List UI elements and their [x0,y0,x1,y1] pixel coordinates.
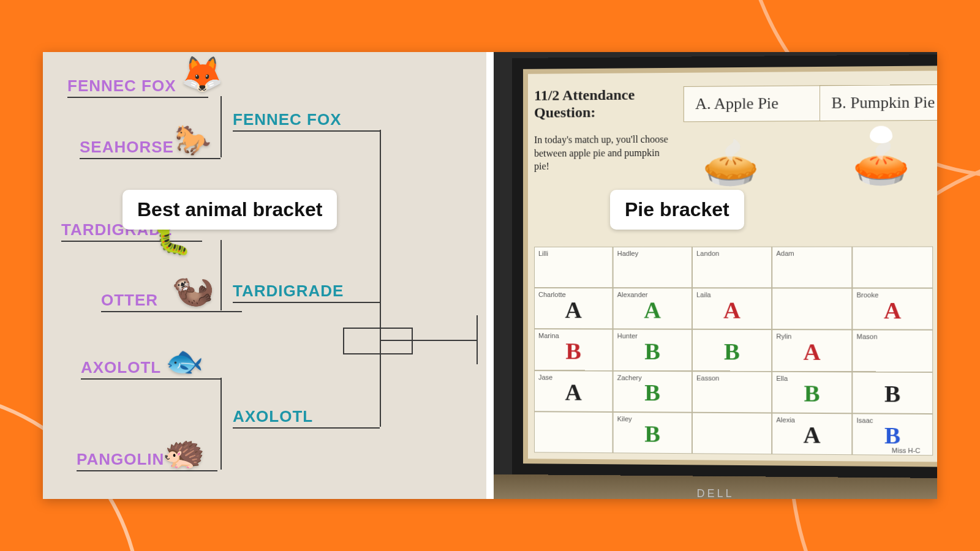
student-name: Rylin [776,333,791,340]
student-name: Alexander [617,291,648,298]
votes-grid: LilliHadleyLandonAdamCharlotteAAlexander… [534,246,933,455]
pane-divider [486,52,494,499]
student-name: Adam [776,250,794,257]
vote-cell [772,288,852,330]
vote-mark: B [565,337,581,364]
student-name: Ella [776,374,788,381]
student-name: Kiley [617,415,632,422]
option-a-label: A. Apple Pie [695,94,778,113]
vote-cell: JaseA [534,370,613,412]
student-name: Landon [696,250,719,257]
right-badge: Pie bracket [610,190,744,230]
badge-label: Best animal bracket [137,198,322,220]
seed-label: SEAHORSE [80,138,174,156]
vote-cell: Mason [852,330,933,372]
vote-cell: ZacheryB [613,370,692,412]
student-name: Charlotte [538,291,566,298]
bracket-line [221,96,222,157]
student-name: Jase [538,373,552,381]
seahorse-icon: 🐎 [175,126,211,155]
vote-cell: Hadley [613,247,692,288]
vote-mark: A [723,296,741,323]
vote-cell: Landon [692,247,772,288]
winner-fennec-fox: FENNEC FOX [233,110,380,132]
winner-tardigrade: TARDIGRADE [233,282,380,303]
vote-mark: A [565,379,582,406]
vote-cell [692,412,772,454]
vote-cell: Adam [772,247,852,288]
student-name: Easson [696,374,719,381]
vote-mark: A [644,296,661,323]
student-name: Lilli [538,250,548,257]
badge-label: Pie bracket [625,198,729,220]
vote-cell: RylinA [772,329,852,371]
vote-cell [534,411,613,453]
seed-label: PANGOLIN [77,450,164,468]
whipped-cream-icon [870,126,892,143]
pangolin-icon: 🦔 [162,435,205,469]
bracket-line [410,340,478,341]
axolotl-icon: 🐟 [165,346,203,377]
student-name: Hadley [617,250,639,257]
bracket-line [380,301,381,427]
seed-label: AXOLOTL [81,358,161,377]
title-line1: 11/2 Attendance [534,87,635,103]
option-b-card: B. Pumpkin Pie [820,84,937,122]
vote-cell: AlexanderA [613,288,692,329]
teacher-cell-label: Miss H-C [892,446,921,454]
student-name: Marina [538,332,559,339]
bracket-line [380,130,381,301]
bracket-line [221,378,222,470]
seed-label: FENNEC FOX [67,77,176,95]
vote-cell: LailaA [692,288,772,329]
vote-cell: MarinaB [534,329,613,370]
vote-mark: B [804,380,820,408]
vote-mark: A [884,297,901,324]
vote-mark: A [565,296,582,323]
student-name: Isaac [856,416,873,424]
vote-cell: Lilli [534,247,613,288]
vote-mark: A [804,339,821,366]
vote-cell: EllaB [772,371,852,413]
attendance-description: In today's match up, you'll choose betwe… [534,133,669,173]
vote-cell [852,246,933,288]
empty-winner-slot [343,328,413,354]
vote-mark: B [884,380,900,408]
vote-cell: KileyB [613,412,692,454]
winner-label: TARDIGRADE [233,282,344,300]
student-name: Brooke [856,291,878,299]
bracket-line [477,315,478,364]
student-name: Hunter [617,332,638,340]
title-line2: Question: [534,104,595,121]
left-pane-bracket: FENNEC FOX SEAHORSE TARDIGRADE OTTER AXO… [43,52,486,499]
monitor-brand-label: DELL [696,487,734,499]
otter-icon: 🦦 [172,272,214,307]
attendance-title: 11/2 Attendance Question: [534,86,669,121]
left-badge: Best animal bracket [123,190,337,230]
content-card: FENNEC FOX SEAHORSE TARDIGRADE OTTER AXO… [43,52,937,499]
page-background: FENNEC FOX SEAHORSE TARDIGRADE OTTER AXO… [0,0,980,551]
winner-label: FENNEC FOX [233,110,342,129]
winner-axolotl: AXOLOTL [233,407,380,429]
student-name: Mason [856,333,877,340]
vote-mark: B [644,338,660,365]
winner-label: AXOLOTL [233,407,313,425]
vote-cell: HunterB [613,329,692,371]
attendance-question: 11/2 Attendance Question: In today's mat… [534,86,669,173]
bracket-line [221,240,222,310]
vote-cell: AlexiaA [772,413,852,455]
student-name: Laila [696,291,711,298]
vote-cell: B [852,372,933,414]
vote-mark: B [644,421,660,448]
vote-cell: B [692,329,772,371]
vote-cell: Easson [692,371,772,413]
vote-mark: A [804,422,821,449]
monitor-screen: 11/2 Attendance Question: In today's mat… [512,54,937,478]
option-a-card: A. Apple Pie [684,85,826,122]
right-pane-photo: 11/2 Attendance Question: In today's mat… [494,52,937,499]
seed-label: OTTER [101,291,158,309]
vote-mark: B [884,422,900,449]
student-name: Alexia [776,416,795,423]
option-b-label: B. Pumpkin Pie [831,93,935,113]
student-name: Zachery [617,373,642,381]
